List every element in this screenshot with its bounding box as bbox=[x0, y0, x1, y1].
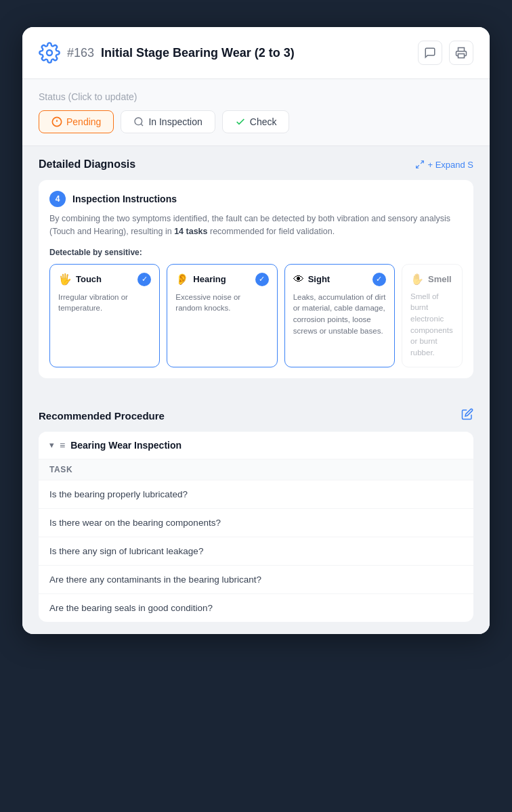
sense-card-sight-header: 👁 Sight ✓ bbox=[293, 273, 386, 286]
task-row[interactable]: Is there wear on the bearing components? bbox=[39, 509, 473, 537]
inspection-desc: By combining the two symptoms identified… bbox=[49, 212, 463, 238]
svg-rect-1 bbox=[458, 54, 465, 58]
chat-button[interactable] bbox=[418, 41, 442, 65]
chevron-down-icon: ▾ bbox=[49, 440, 54, 450]
search-icon bbox=[133, 116, 144, 127]
header-actions bbox=[418, 41, 473, 65]
sight-check: ✓ bbox=[372, 273, 386, 286]
procedure-header: Recommended Procedure bbox=[39, 400, 473, 432]
inspection-card-header: 4 Inspection Instructions bbox=[49, 191, 463, 207]
diagnosis-section: Detailed Diagnosis + Expand S 4 Inspecti… bbox=[22, 146, 490, 400]
sense-card-smell[interactable]: ✋ Smell Smell of burnt electronic compon… bbox=[402, 264, 463, 367]
task-row[interactable]: Is the bearing properly lubricated? bbox=[39, 480, 473, 509]
task-row[interactable]: Are there any contaminants in the bearin… bbox=[39, 566, 473, 594]
status-pending-button[interactable]: Pending bbox=[39, 110, 114, 133]
task-row[interactable]: Are the bearing seals in good condition? bbox=[39, 594, 473, 622]
touch-desc: Irregular vibration or temperature. bbox=[58, 292, 151, 314]
task-row[interactable]: Is there any sign of lubricant leakage? bbox=[39, 537, 473, 566]
sense-card-touch[interactable]: 🖐 Touch ✓ Irregular vibration or tempera… bbox=[49, 264, 160, 367]
status-section: Status (Click to update) Pending In Insp… bbox=[22, 79, 490, 146]
issue-title: Initial Stage Bearing Wear (2 to 3) bbox=[101, 46, 295, 60]
task-table: Task Is the bearing properly lubricated?… bbox=[39, 459, 473, 622]
pending-label: Pending bbox=[66, 116, 101, 127]
sense-card-smell-header: ✋ Smell bbox=[410, 273, 454, 286]
svg-line-8 bbox=[417, 165, 419, 168]
svg-point-0 bbox=[47, 50, 52, 55]
smell-icon: ✋ bbox=[410, 273, 424, 286]
diagnosis-header: Detailed Diagnosis + Expand S bbox=[39, 158, 473, 171]
sight-label: Sight bbox=[308, 274, 330, 284]
svg-point-5 bbox=[135, 118, 142, 125]
chat-icon bbox=[424, 47, 436, 59]
sense-cards: 🖐 Touch ✓ Irregular vibration or tempera… bbox=[49, 264, 463, 367]
print-icon bbox=[455, 47, 467, 59]
touch-icon: 🖐 bbox=[58, 273, 72, 286]
alert-circle-icon bbox=[51, 116, 62, 127]
status-check-button[interactable]: Check bbox=[222, 110, 290, 133]
hearing-icon: 👂 bbox=[175, 273, 189, 286]
smell-desc: Smell of burnt electronic components or … bbox=[410, 291, 454, 359]
issue-id: #163 bbox=[67, 46, 94, 60]
status-buttons: Pending In Inspection Check bbox=[39, 110, 473, 133]
procedure-card: ▾ ≡ Bearing Wear Inspection Task Is the … bbox=[39, 432, 473, 622]
touch-check: ✓ bbox=[137, 273, 151, 286]
sight-icon: 👁 bbox=[293, 273, 304, 286]
hearing-desc: Excessive noise or random knocks. bbox=[175, 292, 268, 314]
procedure-section: Recommended Procedure ▾ ≡ Bearing Wear I… bbox=[22, 400, 490, 634]
edit-icon bbox=[461, 408, 473, 420]
procedure-title: Recommended Procedure bbox=[39, 410, 165, 422]
hearing-check: ✓ bbox=[255, 273, 269, 286]
sight-desc: Leaks, accumulation of dirt or material,… bbox=[293, 292, 386, 337]
status-hint: (Click to update) bbox=[68, 91, 137, 102]
status-label: Status (Click to update) bbox=[39, 91, 473, 102]
expand-icon bbox=[415, 160, 425, 169]
status-inspection-button[interactable]: In Inspection bbox=[121, 110, 215, 133]
procedure-group-header: ▾ ≡ Bearing Wear Inspection bbox=[39, 432, 473, 459]
diagnosis-title: Detailed Diagnosis bbox=[39, 158, 135, 171]
svg-line-7 bbox=[421, 161, 424, 164]
sense-card-touch-header: 🖐 Touch ✓ bbox=[58, 273, 151, 286]
sense-card-sight[interactable]: 👁 Sight ✓ Leaks, accumulation of dirt or… bbox=[284, 264, 395, 367]
sense-card-hearing[interactable]: 👂 Hearing ✓ Excessive noise or random kn… bbox=[167, 264, 277, 367]
inspection-card: 4 Inspection Instructions By combining t… bbox=[39, 180, 473, 378]
header-title: #163 Initial Stage Bearing Wear (2 to 3) bbox=[67, 46, 295, 60]
touch-label: Touch bbox=[76, 274, 102, 284]
group-title: Bearing Wear Inspection bbox=[70, 440, 182, 451]
header-left: #163 Initial Stage Bearing Wear (2 to 3) bbox=[39, 42, 295, 64]
card-header: #163 Initial Stage Bearing Wear (2 to 3) bbox=[22, 27, 490, 79]
procedure-edit-button[interactable] bbox=[461, 408, 473, 424]
inspection-title: Inspection Instructions bbox=[72, 194, 177, 204]
detectable-label: Detectable by sensitive: bbox=[49, 248, 463, 257]
main-card: #163 Initial Stage Bearing Wear (2 to 3) bbox=[22, 27, 490, 634]
step-badge: 4 bbox=[49, 191, 66, 207]
task-column-header: Task bbox=[39, 459, 473, 480]
gear-icon bbox=[39, 42, 60, 64]
hearing-label: Hearing bbox=[193, 274, 226, 284]
check-icon bbox=[235, 116, 246, 127]
expand-button[interactable]: + Expand S bbox=[415, 160, 473, 170]
list-icon: ≡ bbox=[60, 440, 65, 451]
smell-label: Smell bbox=[428, 274, 452, 284]
sense-card-hearing-header: 👂 Hearing ✓ bbox=[175, 273, 268, 286]
inspection-label: In Inspection bbox=[148, 116, 202, 127]
check-label: Check bbox=[250, 116, 277, 127]
svg-line-6 bbox=[141, 124, 143, 126]
status-text: Status bbox=[39, 91, 66, 102]
print-button[interactable] bbox=[449, 41, 473, 65]
